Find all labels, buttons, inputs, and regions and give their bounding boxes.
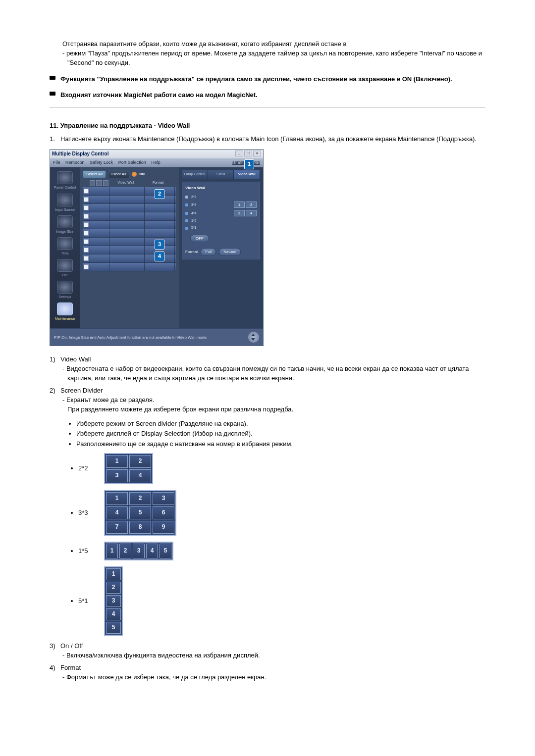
grid-3x3: 123 456 789 — [104, 490, 176, 536]
tab-lamp-control[interactable]: Lamp Control — [182, 170, 208, 178]
intro-line-1: Отстранява паразитните образи, които мож… — [62, 40, 485, 49]
close-icon[interactable]: × — [253, 151, 261, 156]
annotation-2: 2 — [155, 189, 164, 199]
window-titlebar: Multiple Display Control _ □ × — [50, 150, 263, 159]
panel-title: Video Wall — [185, 185, 257, 191]
scroll-icon[interactable] — [248, 332, 259, 343]
desc-4-format: 4) Format - Форматът може да се избере т… — [50, 663, 485, 682]
layout-1x5: 1*5 1 2 3 4 5 — [78, 542, 485, 560]
bullet-placement: Разположението ще се зададе с натискане … — [76, 440, 485, 449]
sidebar-item-power[interactable]: Power Control — [54, 171, 76, 190]
format-full-button[interactable]: Full — [201, 248, 216, 256]
minimize-icon[interactable]: _ — [235, 151, 243, 156]
statusbar: PIP On, Image Size and Auto Adjustment f… — [50, 328, 263, 346]
menu-port-selection[interactable]: Port Selection — [118, 160, 146, 165]
window-controls: _ □ × — [235, 151, 261, 158]
annotation-3: 3 — [155, 240, 164, 250]
sidebar-item-settings[interactable]: Settings — [54, 281, 76, 300]
note-marker-icon — [50, 76, 55, 80]
info-icon[interactable]: i — [132, 172, 137, 177]
col-format: Format — [143, 180, 173, 186]
input-icon — [57, 194, 73, 206]
list-item[interactable] — [83, 229, 176, 238]
menu-safety-lock[interactable]: Safety Lock — [90, 160, 113, 165]
list-item[interactable] — [83, 221, 176, 229]
mode-2x2[interactable]: 2*2 — [185, 195, 257, 200]
list-item[interactable] — [83, 263, 176, 271]
mode-preview-grid: 12 — [234, 202, 257, 208]
mode-5x1[interactable]: 5*1 — [185, 225, 257, 230]
sidebar-item-time[interactable]: Time — [54, 237, 76, 256]
layout-2x2: 2*2 12 34 — [78, 453, 485, 484]
layout-5x1: 5*1 1 2 3 4 5 — [78, 566, 485, 636]
power-icon — [57, 171, 73, 184]
layout-3x3: 3*3 123 456 789 — [78, 490, 485, 536]
right-tabs: Lamp Control Scroll Video Wall 1 — [182, 170, 260, 178]
sidebar-item-input[interactable]: Input Source — [54, 194, 76, 212]
format-natural-button[interactable]: Natural — [219, 248, 241, 256]
desc-1-video-wall: 1) Video Wall - Видеостената е набор от … — [50, 355, 485, 383]
intro-paragraph: Отстранява паразитните образи, които мож… — [62, 40, 485, 68]
bullet-choose-mode: Изберете режим от Screen divider (Раздел… — [76, 419, 485, 429]
menu-remocon[interactable]: Remocon — [65, 160, 85, 165]
menubar: File Remocon Safety Lock Port Selection … — [50, 158, 263, 167]
desc-2-screen-divider: 2) Screen Divider - Екранът може да се р… — [50, 386, 485, 636]
tab-video-wall[interactable]: Video Wall — [234, 170, 260, 178]
select-all-button[interactable]: Select All — [83, 170, 106, 178]
sidebar-item-pip[interactable]: PIP — [54, 259, 76, 278]
desc-3-on-off: 3) On / Off - Включва/изключва функцията… — [50, 642, 485, 660]
menu-file[interactable]: File — [53, 160, 60, 165]
sidebar-item-maintenance[interactable]: Maintenance — [54, 302, 76, 321]
grid-1x5: 1 2 3 4 5 — [104, 542, 173, 560]
mode-1x5[interactable]: 1*5 — [185, 218, 257, 223]
step-1: 1. Натиснете върху иконата Maintenance (… — [50, 135, 485, 144]
annotation-1: 1 — [244, 159, 254, 169]
maximize-icon[interactable]: □ — [244, 151, 252, 156]
image-size-icon — [57, 215, 73, 228]
mdc-screenshot: Multiple Display Control _ □ × File Remo… — [50, 149, 264, 347]
pip-icon — [57, 259, 73, 272]
format-label: Format — [185, 249, 198, 255]
mode-4x4[interactable]: 4*4 34 — [185, 210, 257, 216]
divider — [50, 107, 485, 107]
list-item[interactable] — [83, 212, 176, 221]
bullet-choose-display: Изберете дисплей от Display Selection (И… — [76, 429, 485, 439]
sidebar-item-image-size[interactable]: Image Size — [54, 215, 76, 234]
note-magicnet: Входният източник MagicNet работи само н… — [50, 91, 485, 100]
tab-scroll[interactable]: Scroll — [208, 170, 234, 178]
intro-line-2: - режим "Пауза" продължителен период от … — [62, 49, 485, 68]
menu-help[interactable]: Help — [151, 160, 160, 165]
grid-5x1: 1 2 3 4 5 — [104, 566, 123, 636]
list-item[interactable] — [83, 204, 176, 212]
grid-2x2: 12 34 — [104, 453, 153, 484]
settings-icon — [57, 281, 73, 294]
display-list — [80, 187, 179, 274]
mode-preview-grid: 34 — [234, 210, 257, 216]
info-label: Info — [139, 171, 145, 177]
annotation-4: 4 — [155, 252, 164, 261]
col-video-wall: Video Wall — [108, 180, 143, 186]
note-maintenance-power: Функцията "Управление на поддръжката" се… — [50, 75, 485, 84]
video-wall-panel: 2 3 4 Video Wall 2*2 3*3 12 4*4 34 1*5 5… — [182, 182, 260, 259]
right-pane: Lamp Control Scroll Video Wall 1 2 3 4 V… — [179, 167, 263, 328]
window-title: Multiple Display Control — [52, 151, 108, 158]
maintenance-icon — [57, 302, 73, 315]
note-marker-icon — [50, 92, 55, 96]
statusbar-text: PIP On, Image Size and Auto Adjustment f… — [54, 335, 208, 341]
mode-3x3[interactable]: 3*3 12 — [185, 202, 257, 208]
section-title: 11. Управление на поддръжката - Video Wa… — [50, 121, 485, 131]
clear-all-button[interactable]: Clear All — [108, 170, 130, 178]
off-button[interactable]: OFF — [190, 235, 209, 243]
sidebar: Power Control Input Source Image Size Ti… — [50, 167, 80, 328]
time-icon — [57, 237, 73, 250]
